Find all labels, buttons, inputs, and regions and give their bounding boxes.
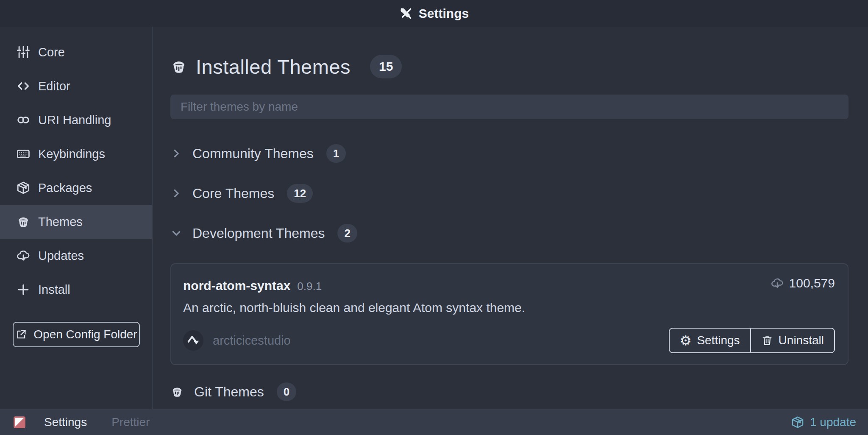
package-icon — [791, 415, 804, 429]
theme-settings-button[interactable]: ⚙ Settings — [669, 328, 751, 353]
prettier-icon[interactable] — [12, 415, 27, 430]
section-git-themes[interactable]: Git Themes 0 — [170, 382, 849, 402]
sidebar-item-label: Install — [38, 283, 70, 297]
link-icon — [16, 113, 31, 127]
section-count-badge: 12 — [287, 184, 313, 203]
section-label: Development Themes — [192, 226, 325, 241]
update-count-label: 1 update — [810, 415, 856, 429]
theme-uninstall-label: Uninstall — [779, 334, 824, 347]
sidebar-item-label: Core — [38, 45, 65, 59]
sidebar-item-editor[interactable]: Editor — [0, 69, 152, 103]
sidebar-item-keybindings[interactable]: Keybindings — [0, 137, 152, 171]
chevron-down-icon — [170, 227, 182, 239]
filter-themes-input[interactable] — [170, 95, 849, 119]
sidebar-item-label: Editor — [38, 79, 70, 93]
statusbar-tab-prettier[interactable]: Prettier — [111, 415, 150, 429]
paint-bucket-icon — [16, 215, 31, 229]
keyboard-icon — [16, 147, 31, 161]
sidebar-item-install[interactable]: Install — [0, 273, 152, 307]
package-name[interactable]: nord-atom-syntax — [183, 279, 290, 293]
paint-bucket-icon — [170, 58, 187, 75]
section-label: Community Themes — [192, 146, 314, 162]
section-core-themes[interactable]: Core Themes 12 — [170, 184, 849, 203]
gear-icon: ⚙ — [680, 334, 692, 347]
card-button-group: ⚙ Settings — [669, 328, 835, 353]
status-bar: Settings Prettier 1 update — [0, 409, 868, 435]
cloud-download-icon — [771, 276, 784, 290]
author-avatar[interactable] — [183, 330, 203, 351]
trash-icon — [761, 335, 773, 346]
theme-uninstall-button[interactable]: Uninstall — [750, 328, 835, 353]
chevron-right-icon — [170, 148, 182, 159]
open-config-folder-button[interactable]: Open Config Folder — [13, 322, 140, 347]
sidebar-item-themes[interactable]: Themes — [0, 205, 152, 239]
sidebar-item-label: URI Handling — [38, 113, 111, 127]
plus-icon — [16, 282, 31, 297]
section-development-themes[interactable]: Development Themes 2 — [170, 223, 849, 243]
cloud-download-icon — [16, 248, 31, 263]
statusbar-tab-settings[interactable]: Settings — [44, 415, 87, 429]
section-label: Core Themes — [192, 186, 274, 201]
titlebar: Settings — [0, 0, 868, 27]
chevron-right-icon — [170, 187, 182, 199]
sidebar-item-label: Updates — [38, 249, 84, 263]
window-title: Settings — [419, 6, 469, 21]
code-icon — [16, 79, 31, 93]
download-count: 100,579 — [771, 276, 835, 290]
open-config-folder-label: Open Config Folder — [33, 328, 137, 341]
paint-bucket-icon — [170, 385, 184, 399]
sidebar-item-updates[interactable]: Updates — [0, 239, 152, 273]
package-icon — [16, 181, 31, 195]
sliders-icon — [16, 45, 31, 59]
sidebar-item-label: Themes — [38, 215, 83, 229]
settings-sidebar: Core Editor URI Handling — [0, 27, 153, 409]
section-label: Git Themes — [194, 384, 264, 400]
external-link-icon — [15, 329, 27, 340]
theme-settings-label: Settings — [697, 334, 740, 347]
package-description: An arctic, north-bluish clean and elegan… — [183, 301, 835, 315]
installed-themes-count-badge: 15 — [370, 55, 402, 78]
section-count-badge: 1 — [326, 144, 346, 163]
updates-indicator[interactable]: 1 update — [791, 415, 856, 429]
section-community-themes[interactable]: Community Themes 1 — [170, 144, 849, 163]
package-version: 0.9.1 — [297, 280, 322, 293]
themes-panel: Installed Themes 15 Community Themes 1 C… — [153, 27, 868, 409]
section-count-badge: 2 — [337, 224, 357, 243]
sidebar-item-label: Packages — [38, 181, 92, 195]
download-count-value: 100,579 — [789, 276, 835, 290]
sidebar-item-core[interactable]: Core — [0, 35, 152, 69]
sidebar-item-label: Keybindings — [38, 147, 105, 161]
theme-card-nord-atom-syntax: nord-atom-syntax 0.9.1 100,579 An arctic… — [170, 263, 849, 365]
installed-themes-heading: Installed Themes 15 — [170, 55, 849, 78]
section-count-badge: 0 — [277, 382, 296, 401]
sidebar-item-packages[interactable]: Packages — [0, 171, 152, 205]
tools-icon — [399, 7, 413, 20]
author-name[interactable]: arcticicestudio — [213, 334, 291, 348]
sidebar-item-uri-handling[interactable]: URI Handling — [0, 103, 152, 137]
page-title: Installed Themes — [196, 55, 351, 78]
